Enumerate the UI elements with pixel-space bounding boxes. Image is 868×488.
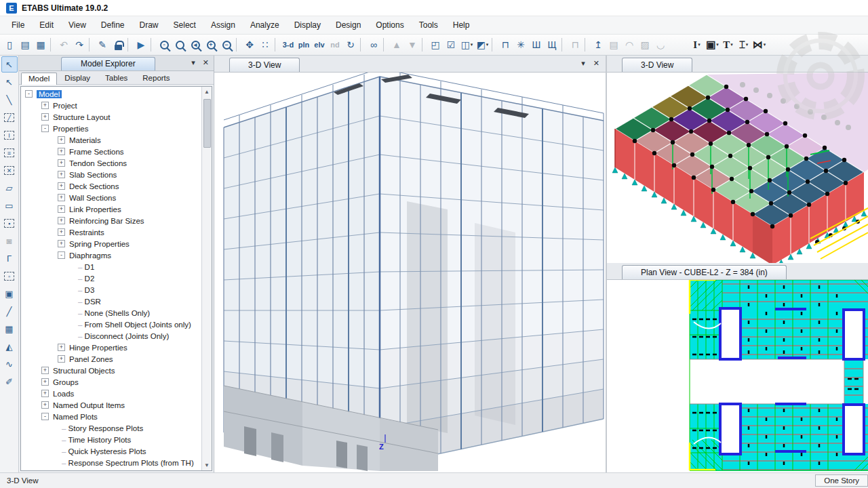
tree-expander[interactable]: + xyxy=(58,217,65,224)
draw-spandrel-tool[interactable]: ∿ xyxy=(1,356,18,372)
tree-item-response-spectrum-plots[interactable]: Response Spectrum Plots (from TH) xyxy=(21,457,201,468)
object-view-button[interactable]: ◫▾ xyxy=(459,37,475,53)
wall-elevation-button[interactable]: Щ xyxy=(545,37,560,53)
tree-item-quick-hysteresis-plots[interactable]: Quick Hysteresis Plots xyxy=(21,445,201,457)
zoom-in-button[interactable]: + xyxy=(203,37,219,53)
deck-display-button[interactable]: ▤ xyxy=(606,37,622,53)
quick-draw-secondary-beams-tool[interactable]: ≡ xyxy=(1,144,18,161)
tree-expander[interactable]: + xyxy=(41,378,49,386)
walkthrough-button[interactable]: ∷ xyxy=(258,37,273,53)
restore-full-view-button[interactable] xyxy=(172,37,188,53)
tab-display[interactable]: Display xyxy=(57,72,98,84)
perspective-toggle-button[interactable]: ∞ xyxy=(366,37,382,53)
tree-item-hinge-properties[interactable]: +Hinge Properties xyxy=(21,342,201,353)
draw-ramp-tool[interactable]: ◭ xyxy=(1,338,18,354)
main-3d-view-canvas[interactable]: Z xyxy=(214,73,606,472)
tree-item-time-history-plots[interactable]: Time History Plots xyxy=(21,434,201,445)
panel-close-icon[interactable]: ✕ xyxy=(203,58,209,67)
draw-link-tool[interactable]: ╱ xyxy=(1,303,18,319)
lock-model-button[interactable] xyxy=(111,37,126,53)
drape-display-button[interactable]: ◠ xyxy=(622,37,637,53)
tree-item-spring-properties[interactable]: +Spring Properties xyxy=(21,238,201,249)
tab-tables[interactable]: Tables xyxy=(98,72,135,84)
draw-wall-button[interactable]: ⊓ xyxy=(498,37,513,53)
point-load-button[interactable]: ↥ xyxy=(591,37,606,53)
tree-item-named-plots[interactable]: -Named Plots xyxy=(21,411,201,422)
redo-button[interactable]: ↷ xyxy=(72,37,87,53)
tree-item-named-output-items[interactable]: +Named Output Items xyxy=(21,399,201,411)
elevation-view-button[interactable]: elv xyxy=(312,37,328,53)
tree-expander[interactable]: + xyxy=(58,136,65,144)
tree-item-groups[interactable]: +Groups xyxy=(21,376,201,388)
tree-item-model[interactable]: -Model xyxy=(21,88,201,100)
frame-section-button[interactable]: I▾ xyxy=(689,37,705,53)
plan-view-tab[interactable]: Plan View - CUBE-L2 - Z = 384 (in) xyxy=(622,265,787,279)
scroll-up-icon[interactable]: ▲ xyxy=(202,87,212,97)
reshape-object-tool[interactable]: ↖ xyxy=(1,74,18,90)
column-section-button[interactable]: T▾ xyxy=(720,37,736,53)
scroll-thumb[interactable] xyxy=(203,99,211,148)
tree-item-from-shell-object[interactable]: From Shell Object (Joints only) xyxy=(21,319,201,330)
tree-item-d1[interactable]: D1 xyxy=(21,261,201,272)
tab-model[interactable]: Model xyxy=(21,73,57,85)
draw-wall-stack-tool[interactable]: ▦ xyxy=(1,321,18,337)
tree-expander[interactable]: - xyxy=(41,125,49,132)
edit-button[interactable]: ✎ xyxy=(95,37,111,53)
tree-item-restraints[interactable]: +Restraints xyxy=(21,226,201,238)
quick-draw-area-tool[interactable]: ▪ xyxy=(1,215,18,231)
main-3d-view-tab[interactable]: 3-D View xyxy=(229,58,300,72)
tree-expander[interactable]: + xyxy=(58,355,65,363)
tree-expander[interactable]: + xyxy=(58,194,65,201)
wall-section-button[interactable]: ⌶▾ xyxy=(736,37,751,53)
new-model-button[interactable]: ▯ xyxy=(2,37,18,53)
tree-item-structural-objects[interactable]: +Structural Objects xyxy=(21,365,201,376)
tree-item-d2[interactable]: D2 xyxy=(21,272,201,284)
draw-frame-tool[interactable]: ╱ xyxy=(1,109,18,125)
draw-wall-opening-tool[interactable]: ▣ xyxy=(1,285,18,302)
open-model-button[interactable]: ▤ xyxy=(18,37,33,53)
menu-analyze[interactable]: Analyze xyxy=(243,18,287,33)
draw-poly-area-tool[interactable]: ▱ xyxy=(1,180,18,196)
view-close-icon[interactable]: ✕ xyxy=(593,59,599,68)
3d-view-button[interactable]: 3-d xyxy=(281,37,296,53)
quick-draw-frame-tool[interactable]: I xyxy=(1,127,18,143)
menu-edit[interactable]: Edit xyxy=(32,18,61,33)
menu-assign[interactable]: Assign xyxy=(203,18,243,33)
tree-expander[interactable]: - xyxy=(25,90,33,98)
standard-views-button[interactable]: ◩▾ xyxy=(475,37,490,53)
tree-item-reinforcing-bar-sizes[interactable]: +Reinforcing Bar Sizes xyxy=(21,215,201,226)
tree-expander[interactable]: + xyxy=(58,159,65,167)
tree-expander[interactable]: + xyxy=(41,401,49,409)
shrink-objects-button[interactable]: ◰ xyxy=(428,37,443,53)
undo-button[interactable]: ↶ xyxy=(56,37,72,53)
move-down-in-list-button[interactable]: ▼ xyxy=(405,37,420,53)
snap-to-joints-button[interactable]: ✳ xyxy=(513,37,529,53)
tree-expander[interactable]: + xyxy=(41,102,49,109)
tree-item-dsr[interactable]: DSR xyxy=(21,296,201,307)
slab-hatch-button[interactable]: ▨ xyxy=(637,37,653,53)
tree-item-loads[interactable]: +Loads xyxy=(21,388,201,399)
menu-options[interactable]: Options xyxy=(368,18,411,33)
menu-define[interactable]: Define xyxy=(94,18,132,33)
menu-design[interactable]: Design xyxy=(328,18,368,33)
tree-item-materials[interactable]: +Materials xyxy=(21,134,201,146)
tree-expander[interactable]: - xyxy=(41,413,49,420)
saddle-display-button[interactable]: ◡ xyxy=(653,37,669,53)
menu-file[interactable]: File xyxy=(4,18,32,33)
pan-button[interactable]: ✥ xyxy=(242,37,258,53)
tree-item-deck-sections[interactable]: +Deck Sections xyxy=(21,180,201,192)
tree-item-d3[interactable]: D3 xyxy=(21,284,201,296)
move-up-in-list-button[interactable]: ▲ xyxy=(389,37,405,53)
panel-dropdown-icon[interactable]: ▾ xyxy=(191,58,195,67)
slab-section-button[interactable]: ▣▾ xyxy=(705,37,720,53)
set-display-options-button[interactable]: ☑ xyxy=(443,37,459,53)
plan-view-canvas[interactable] xyxy=(607,280,868,472)
tree-item-frame-sections[interactable]: +Frame Sections xyxy=(21,146,201,157)
support-display-button[interactable]: ⊓ xyxy=(568,37,583,53)
tab-reports[interactable]: Reports xyxy=(135,72,177,84)
previous-zoom-button[interactable]: ◂ xyxy=(188,37,203,53)
menu-help[interactable]: Help xyxy=(446,18,477,33)
right-3d-view-tab[interactable]: 3-D View xyxy=(622,58,692,72)
menu-view[interactable]: View xyxy=(61,18,94,33)
truss-section-button[interactable]: ⋈▾ xyxy=(751,37,767,53)
